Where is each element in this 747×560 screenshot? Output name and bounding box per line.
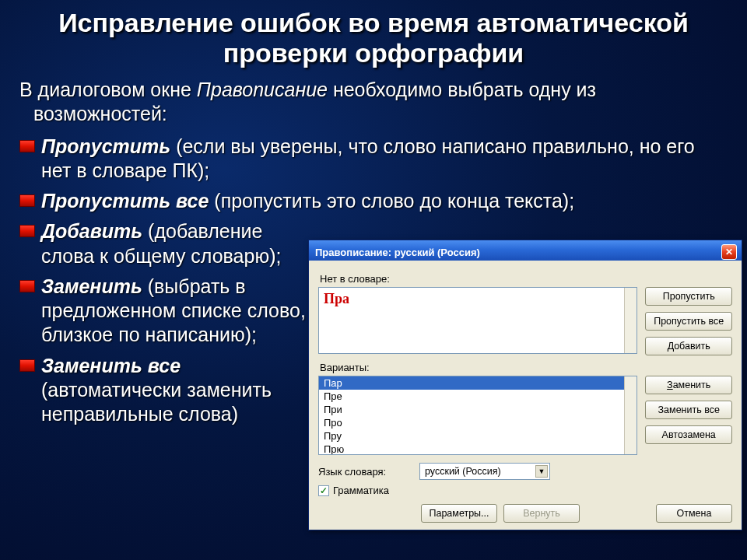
term: Пропустить все <box>41 190 209 212</box>
close-button[interactable]: ✕ <box>721 244 737 260</box>
intro-b: Правописание <box>197 79 328 100</box>
variant-option[interactable]: Прю <box>319 443 637 455</box>
intro-text: В диалоговом окне Правописание необходим… <box>19 78 728 127</box>
variant-option[interactable]: Пре <box>319 390 637 403</box>
list-item: Пропустить (если вы уверены, что слово н… <box>19 135 728 184</box>
lang-label: Язык словаря: <box>318 466 413 478</box>
scrollbar-vertical[interactable] <box>624 288 637 353</box>
variant-option[interactable]: Пар <box>319 376 637 390</box>
list-item: Добавить (добавление слова к общему слов… <box>19 219 315 268</box>
cancel-button[interactable]: Отмена <box>656 504 732 523</box>
list-item: Заменить (выбрать в предложенном списке … <box>19 275 315 348</box>
close-icon: ✕ <box>725 247 733 257</box>
misspelled-word: Пра <box>324 291 349 306</box>
variant-option[interactable]: Про <box>319 416 637 429</box>
grammar-checkbox[interactable]: ✓ <box>318 485 329 496</box>
options-button[interactable]: Параметры... <box>421 504 497 523</box>
slide-title: Исправление ошибок во время автоматическ… <box>19 8 728 68</box>
term: Добавить <box>41 220 142 242</box>
intro-a: В диалоговом окне <box>19 79 197 100</box>
skip-button[interactable]: Пропустить <box>645 287 732 306</box>
add-button[interactable]: Добавить <box>645 337 732 355</box>
not-in-dict-label: Нет в словаре: <box>320 273 732 285</box>
replace-button[interactable]: Заменить <box>645 376 732 394</box>
term: Пропустить <box>41 135 170 157</box>
dialog-title-text: Правописание: русский (Россия) <box>315 247 480 258</box>
rest: (автоматически заменить неправильные сло… <box>41 379 272 425</box>
dialog-titlebar[interactable]: Правописание: русский (Россия) ✕ <box>309 240 742 261</box>
rest: (пропустить это слово до конца текста); <box>209 190 574 212</box>
list-item: Пропустить все (пропустить это слово до … <box>19 189 728 213</box>
term: Заменить все <box>41 355 181 376</box>
skip-all-button[interactable]: Пропустить все <box>645 312 732 331</box>
grammar-label: Грамматика <box>333 485 389 496</box>
language-combo[interactable]: русский (Россия) ▼ <box>419 463 550 480</box>
variants-listbox[interactable]: Пар Пре При Про Пру Прю <box>318 376 637 455</box>
list-item: Заменить все (автоматически заменить неп… <box>19 354 315 427</box>
autocorrect-button[interactable]: Автозамена <box>645 425 732 444</box>
language-value: русский (Россия) <box>425 466 501 477</box>
revert-button: Вернуть <box>503 504 580 523</box>
variant-option[interactable]: Пру <box>319 429 637 443</box>
not-in-dict-textarea[interactable]: Пра <box>318 287 637 354</box>
variants-label: Варианты: <box>320 362 732 373</box>
scrollbar-vertical[interactable] <box>624 376 637 454</box>
chevron-down-icon: ▼ <box>535 465 548 478</box>
check-icon: ✓ <box>320 485 328 496</box>
term: Заменить <box>41 275 142 297</box>
replace-all-button[interactable]: Заменить все <box>645 401 732 419</box>
variant-option[interactable]: При <box>319 403 637 416</box>
spellcheck-dialog: Правописание: русский (Россия) ✕ Нет в с… <box>308 240 742 530</box>
